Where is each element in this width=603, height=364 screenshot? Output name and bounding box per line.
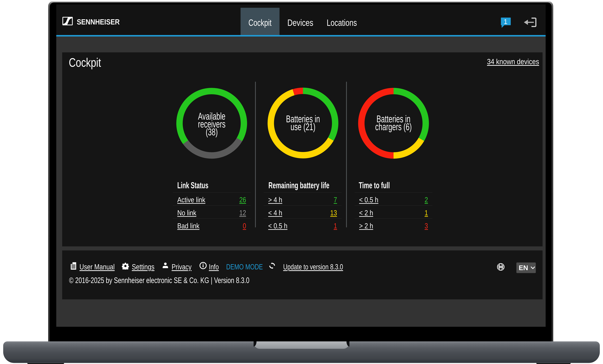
svg-text:1: 1 <box>504 18 507 25</box>
